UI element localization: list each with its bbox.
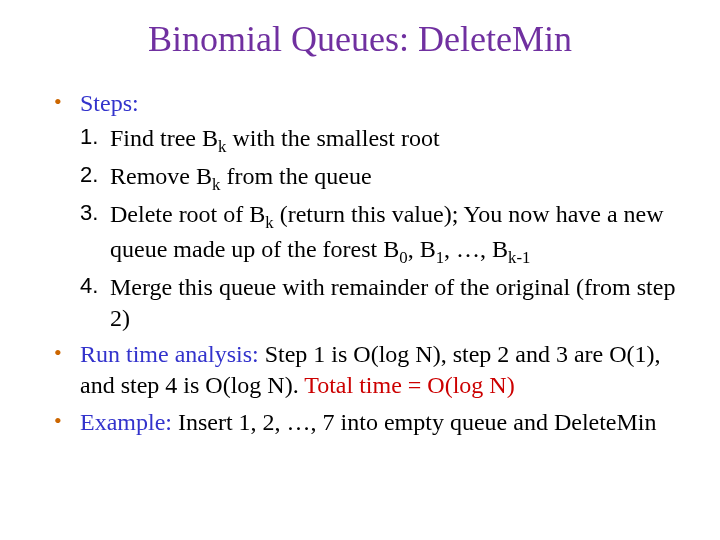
bullet-example: Example: Insert 1, 2, …, 7 into empty qu… [54, 407, 682, 438]
example-label: Example: [80, 409, 172, 435]
step-2: Remove Bk from the queue [80, 161, 682, 195]
step3-sub-0: 0 [399, 247, 407, 266]
bullet-steps: Steps: Find tree Bk with the smallest ro… [54, 88, 682, 333]
bullet-runtime: Run time analysis: Step 1 is O(log N), s… [54, 339, 682, 400]
step3-d: , …, B [444, 236, 508, 262]
step3-sub-1: 1 [436, 247, 444, 266]
step1-post: with the smallest root [226, 125, 439, 151]
step-4: Merge this queue with remainder of the o… [80, 272, 682, 333]
slide: Binomial Queues: DeleteMin Steps: Find t… [0, 0, 720, 438]
bullet-list: Steps: Find tree Bk with the smallest ro… [38, 88, 682, 438]
step3-sub-k: k [265, 213, 273, 232]
step-3: Delete root of Bk (return this value); Y… [80, 199, 682, 268]
step3-sub-k1: k-1 [508, 247, 530, 266]
slide-title: Binomial Queues: DeleteMin [38, 18, 682, 60]
step2-pre: Remove B [110, 163, 212, 189]
steps-list: Find tree Bk with the smallest root Remo… [80, 123, 682, 334]
example-body: Insert 1, 2, …, 7 into empty queue and D… [172, 409, 657, 435]
runtime-total: Total time = O(log N) [304, 372, 514, 398]
step1-pre: Find tree B [110, 125, 218, 151]
step-1: Find tree Bk with the smallest root [80, 123, 682, 157]
step2-post: from the queue [220, 163, 371, 189]
step3-c: , B [408, 236, 436, 262]
runtime-label: Run time analysis: [80, 341, 259, 367]
step4-text: Merge this queue with remainder of the o… [110, 274, 675, 331]
step3-a: Delete root of B [110, 201, 265, 227]
steps-label: Steps: [80, 90, 139, 116]
